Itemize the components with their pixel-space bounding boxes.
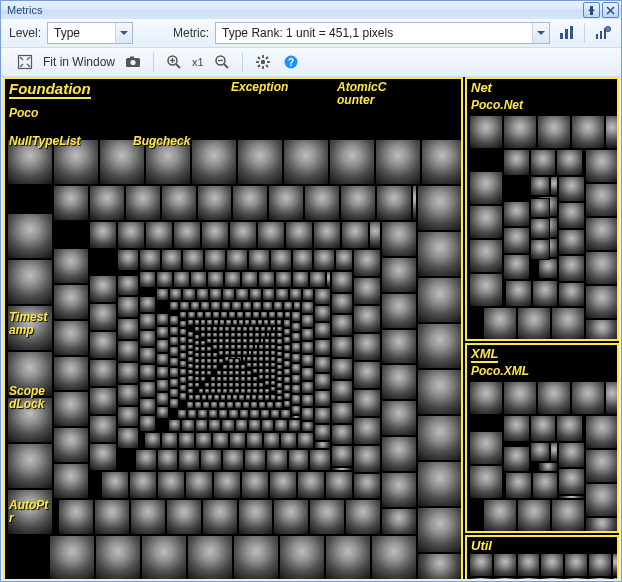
treemap-cell[interactable] xyxy=(291,342,301,352)
treemap-cell[interactable] xyxy=(309,449,331,471)
treemap-cell[interactable] xyxy=(412,185,417,221)
treemap-cell[interactable] xyxy=(252,382,258,388)
treemap-cell[interactable] xyxy=(375,139,421,185)
treemap-cell[interactable] xyxy=(234,388,240,394)
treemap-cell[interactable] xyxy=(178,449,200,471)
treemap-cell[interactable] xyxy=(53,463,89,499)
treemap-cell[interactable] xyxy=(283,376,291,384)
treemap-cell[interactable] xyxy=(585,517,617,531)
treemap-cell[interactable] xyxy=(417,415,461,461)
treemap-cell[interactable] xyxy=(204,382,210,388)
treemap-cell[interactable] xyxy=(207,271,224,288)
treemap-cell[interactable] xyxy=(283,352,291,360)
treemap-cell[interactable] xyxy=(314,322,331,339)
treemap-cell[interactable] xyxy=(417,185,461,231)
treemap-cell[interactable] xyxy=(505,280,532,307)
treemap-cell[interactable] xyxy=(234,401,242,409)
treemap-cell[interactable] xyxy=(283,392,291,400)
treemap-cell[interactable] xyxy=(228,376,234,382)
treemap-cell[interactable] xyxy=(248,419,261,432)
treemap-cell[interactable] xyxy=(246,370,252,376)
treemap-cell[interactable] xyxy=(200,301,210,311)
treemap-cell[interactable] xyxy=(234,376,240,382)
treemap-cell[interactable] xyxy=(241,471,269,499)
treemap-cell[interactable] xyxy=(117,296,139,318)
treemap-cell[interactable] xyxy=(564,577,588,579)
treemap-cell[interactable] xyxy=(198,388,204,394)
treemap-cell[interactable] xyxy=(469,273,503,307)
treemap-cell[interactable] xyxy=(190,301,200,311)
treemap-cell[interactable] xyxy=(283,328,291,336)
treemap-cell[interactable] xyxy=(166,499,202,535)
treemap-cell[interactable] xyxy=(329,139,375,185)
treemap-cell[interactable] xyxy=(571,115,605,149)
treemap-cell[interactable] xyxy=(53,185,89,221)
treemap-cell[interactable] xyxy=(212,364,218,370)
treemap-cell[interactable] xyxy=(417,369,461,415)
treemap-cell[interactable] xyxy=(532,472,559,499)
treemap-cell[interactable] xyxy=(530,218,551,239)
treemap-cell[interactable] xyxy=(558,255,585,282)
treemap-cell[interactable] xyxy=(204,388,210,394)
treemap-cell[interactable] xyxy=(276,395,282,400)
treemap-cell[interactable] xyxy=(279,535,325,579)
treemap-cell[interactable] xyxy=(178,432,195,449)
treemap-cell[interactable] xyxy=(585,483,617,517)
treemap-cell[interactable] xyxy=(583,415,585,442)
treemap-cell[interactable] xyxy=(177,409,187,419)
treemap-cell[interactable] xyxy=(297,432,314,449)
treemap-cell[interactable] xyxy=(240,382,246,388)
treemap-cell[interactable] xyxy=(141,535,187,579)
treemap-cell[interactable] xyxy=(381,293,417,329)
treemap-cell[interactable] xyxy=(89,275,117,303)
treemap-cell[interactable] xyxy=(341,221,369,249)
treemap-cell[interactable] xyxy=(585,251,617,285)
treemap-cell[interactable] xyxy=(210,382,216,388)
treemap-cell[interactable] xyxy=(340,185,376,221)
treemap-cell[interactable] xyxy=(89,221,117,249)
treemap-cell[interactable] xyxy=(270,249,292,271)
treemap-cell[interactable] xyxy=(228,382,234,388)
treemap-cell[interactable] xyxy=(130,499,166,535)
treemap-viewport[interactable]: FoundationExceptionAtomicCounterPocoNull… xyxy=(3,77,619,579)
treemap-cell[interactable] xyxy=(540,553,564,577)
treemap-cell[interactable] xyxy=(156,339,169,352)
treemap-cell[interactable] xyxy=(139,249,161,271)
treemap-cell[interactable] xyxy=(179,328,187,336)
treemap-cell[interactable] xyxy=(483,499,517,531)
treemap-cell[interactable] xyxy=(469,381,503,415)
treemap-cell[interactable] xyxy=(179,352,187,360)
treemap-cell[interactable] xyxy=(194,394,200,400)
treemap-cell[interactable] xyxy=(210,301,220,311)
treemap-cell[interactable] xyxy=(537,381,571,415)
treemap-cell[interactable] xyxy=(538,279,559,281)
treemap-cell[interactable] xyxy=(314,441,331,449)
treemap-cell[interactable] xyxy=(270,392,276,395)
treemap-cell[interactable] xyxy=(283,301,293,311)
treemap-cell[interactable] xyxy=(314,424,331,441)
treemap-cell[interactable] xyxy=(195,419,208,432)
treemap-cell[interactable] xyxy=(612,553,617,577)
treemap-cell[interactable] xyxy=(258,388,264,394)
treemap-cell[interactable] xyxy=(242,401,250,409)
treemap-cell[interactable] xyxy=(179,384,187,392)
treemap-cell[interactable] xyxy=(222,388,228,394)
treemap-cell[interactable] xyxy=(101,471,129,499)
treemap-cell[interactable] xyxy=(381,436,417,472)
treemap-cell[interactable] xyxy=(169,326,179,336)
treemap-cell[interactable] xyxy=(249,288,262,301)
treemap-cell[interactable] xyxy=(258,401,266,409)
treemap-cell[interactable] xyxy=(246,432,263,449)
treemap-cell[interactable] xyxy=(583,149,585,176)
treemap-cell[interactable] xyxy=(228,370,234,376)
treemap-cell[interactable] xyxy=(95,535,141,579)
treemap-cell[interactable] xyxy=(314,356,331,373)
treemap-cell[interactable] xyxy=(179,392,187,400)
treemap-cell[interactable] xyxy=(240,364,246,370)
treemap-cell[interactable] xyxy=(222,364,228,370)
zoom-in-icon[interactable] xyxy=(164,52,184,72)
treemap-cell[interactable] xyxy=(218,401,226,409)
treemap-cell[interactable] xyxy=(156,313,169,326)
treemap-cell[interactable] xyxy=(469,205,503,239)
treemap-cell[interactable] xyxy=(293,301,301,311)
